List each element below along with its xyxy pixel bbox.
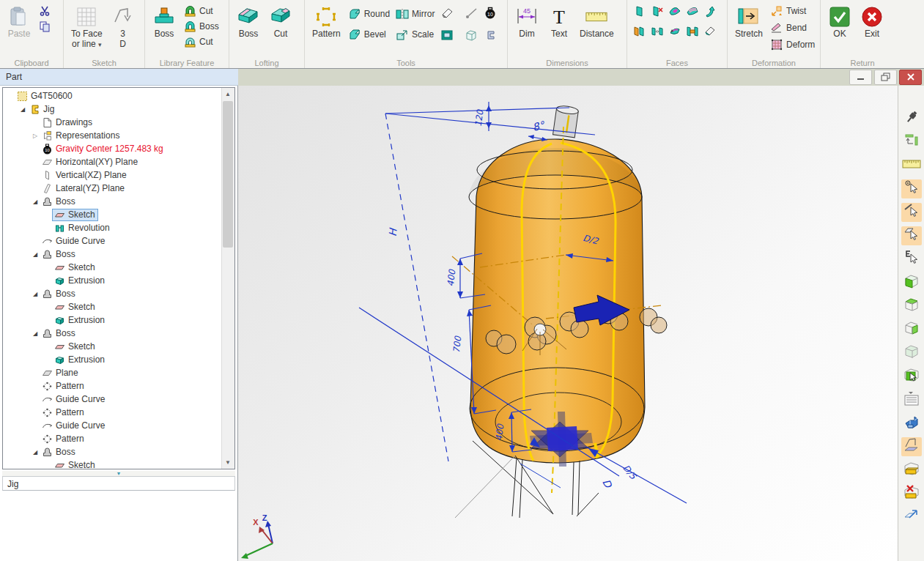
tree-item-sketch[interactable]: Sketch [3,261,222,274]
viewport-3d[interactable]: 120 8° H D/2 400 700 400 D D/5 Z X [238,86,898,561]
wire-cube-button[interactable] [462,29,480,45]
distance-ruler-icon [585,4,608,29]
tree-item-pattern[interactable]: Pattern [3,406,222,419]
face-tool-face-pair[interactable] [631,25,648,41]
cut-button[interactable] [36,4,53,18]
scroll-up-button[interactable]: ▲ [222,88,234,100]
twist-button[interactable]: Twist [768,4,817,18]
tree-item-boss[interactable]: ◢ Boss [3,445,222,458]
deform-button[interactable]: Deform [768,37,817,52]
tree-item-pattern[interactable]: Pattern [3,432,222,445]
exit-button[interactable]: Exit [857,2,887,42]
tree-item-sketch[interactable]: Sketch [3,458,222,469]
scroll-down-button[interactable]: ▼ [222,456,234,469]
library-boss-small-button[interactable]: Boss [181,19,221,34]
view-tool-button-sketch-3d[interactable] [901,437,922,456]
view-tool-button-ruler[interactable] [901,156,922,175]
tree-item-jig[interactable]: ◢ Jig [3,103,222,116]
tree-item-boss[interactable]: ◢ Boss [3,248,222,261]
tree-item-drawings[interactable]: Drawings [3,116,222,129]
view-tool-button-export-view[interactable] [901,508,922,527]
tree-item-sketch[interactable]: Sketch [3,208,222,221]
view-tool-button-pin[interactable] [901,109,922,128]
tree-item-extrusion[interactable]: Extrusion [3,313,222,327]
library-cut-bottom-button[interactable]: Cut [181,34,221,49]
window-minimize-button[interactable] [849,70,872,85]
tree-item-boss[interactable]: ◢ Boss [3,195,222,208]
tree-item-representations[interactable]: ▷ Representations [3,129,222,142]
view-tool-button-view-rotate[interactable] [901,133,922,152]
face-tool-face-bridge[interactable] [684,25,701,41]
text-button[interactable]: T Text [544,2,574,42]
ok-button[interactable]: OK [824,2,855,42]
stretch-button[interactable]: Stretch [731,2,766,42]
tree-item-extrusion[interactable]: Extrusion [3,274,222,287]
round-button[interactable]: Round [346,7,392,21]
bend-button[interactable]: Bend [768,21,817,35]
tree-item-horizontal-xy-plane[interactable]: Horizontal(XY) Plane [3,155,222,168]
bevel-button[interactable]: Bevel [346,27,392,42]
erase-tool-button[interactable] [438,7,456,23]
panel-splitter[interactable]: ▼ [2,471,235,476]
view-tool-button-display-list[interactable] [901,390,922,409]
tree-item-guide-curve[interactable]: Guide Curve [3,234,222,248]
shaded-box-button[interactable] [438,29,456,45]
dim-button[interactable]: 45 Dim [511,2,542,42]
lofting-boss-button[interactable]: Boss [233,2,264,42]
distance-button[interactable]: Distance [576,2,618,42]
view-tool-button-snap-center[interactable] [901,179,922,198]
pattern-button[interactable]: Pattern [308,2,344,42]
tree-item-plane[interactable]: Plane [3,366,222,379]
face-tool-surface-blend[interactable] [684,5,701,21]
tree-item-extrusion[interactable]: Extrusion [3,353,222,366]
view-tool-button-cube-pale[interactable] [901,343,922,363]
tree-item-sketch[interactable]: Sketch [3,300,222,313]
weight-button[interactable]: 10 [481,7,499,23]
tree-item-boss[interactable]: ◢ Boss [3,327,222,340]
face-tool-face-gap[interactable] [648,25,666,41]
view-tool-button-cube-solid[interactable] [901,273,922,292]
view-tool-button-snap-plane[interactable] [901,226,922,245]
window-restore-button[interactable] [874,70,897,85]
library-cut-top-button[interactable]: Cut [181,4,221,18]
tree-scrollbar[interactable]: ▲ ▼ [221,88,234,469]
tree-item-g4t50600[interactable]: G4T50600 [3,89,222,103]
lofting-cut-button[interactable]: Cut [265,2,296,42]
copy-button[interactable] [36,19,53,34]
view-tool-button-snap-line[interactable] [901,203,922,222]
tree-item-revolution[interactable]: Revolution [3,221,222,234]
scale-button[interactable]: Scale [393,27,437,42]
tree-item-pattern[interactable]: Pattern [3,379,222,393]
sketch-to-face-button[interactable]: To Face or line ▾ [67,2,106,52]
c-profile-button[interactable] [481,29,499,45]
sketch-3d-button[interactable]: 3D [108,2,138,52]
measure-line-button[interactable] [462,7,480,23]
mirror-button[interactable]: Mirror [393,7,437,21]
scroll-thumb[interactable] [223,101,233,248]
library-boss-button[interactable]: Boss [149,2,180,42]
tree-item-gravity-center-1257-483-kg[interactable]: 10 Gravity Center 1257.483 kg [3,142,222,155]
paste-button[interactable]: Paste [4,2,34,42]
faces-icons [631,2,717,44]
face-tool-face[interactable] [631,5,648,21]
face-tool-face-delete[interactable] [648,5,666,21]
tree-item-guide-curve[interactable]: Guide Curve [3,393,222,406]
view-tool-button-snap-element[interactable] [901,250,922,269]
face-tool-bent-arrow[interactable] [701,5,719,21]
view-tool-button-cube-right[interactable] [901,320,922,339]
face-tool-surface-arrow[interactable] [666,25,684,41]
view-tool-button-cube-select[interactable] [901,367,922,386]
face-tool-face-erase[interactable] [701,25,719,41]
view-tool-button-section-delete[interactable] [901,484,922,503]
tree-item-boss[interactable]: ◢ Boss [3,287,222,300]
pattern-icon [314,4,338,29]
view-tool-button-part-view[interactable] [901,414,922,433]
tree-item-sketch[interactable]: Sketch [3,340,222,353]
window-close-button[interactable] [899,70,922,85]
face-tool-surface-patch[interactable] [666,5,684,21]
view-tool-button-cube-top[interactable] [901,297,922,316]
tree-item-lateral-yz-plane[interactable]: Lateral(YZ) Plane [3,182,222,195]
tree-item-vertical-xz-plane[interactable]: Vertical(XZ) Plane [3,168,222,182]
view-tool-button-section-box[interactable] [901,461,922,480]
tree-item-guide-curve[interactable]: Guide Curve [3,419,222,432]
